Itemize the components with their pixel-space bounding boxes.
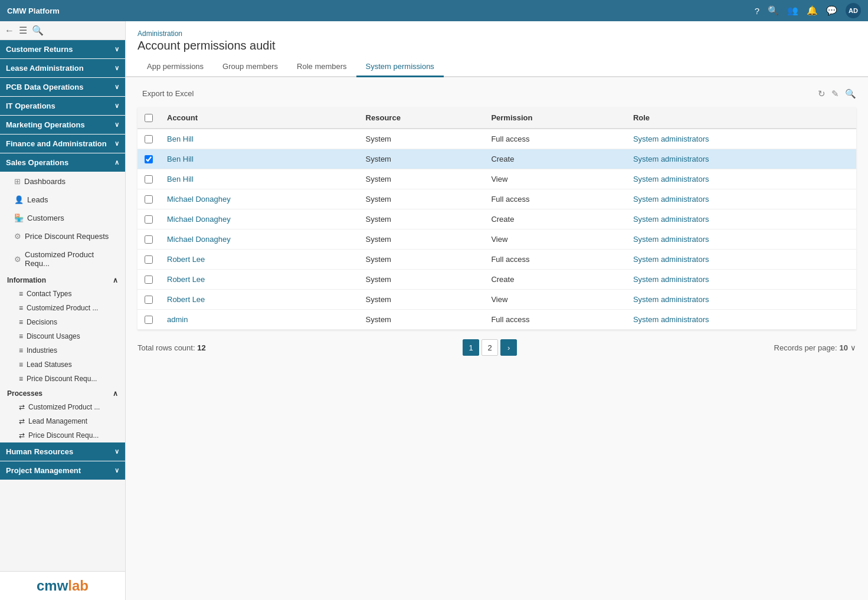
sidebar-item-project-management[interactable]: Project Management ∨ [0,461,125,480]
records-per-page-chevron-icon[interactable]: ∨ [850,343,856,352]
total-rows-label: Total rows count: 12 [137,343,206,352]
table-row[interactable]: Ben Hill System View System administrato… [137,169,856,189]
account-link[interactable]: admin [167,315,188,324]
account-cell: Michael Donaghey [160,209,359,229]
sidebar-item-customers[interactable]: 🏪 Customers [0,209,125,227]
users-icon[interactable]: 👥 [787,5,798,16]
permission-column-header: Permission [484,107,626,129]
sidebar-item-leads[interactable]: 👤 Leads [0,191,125,209]
sidebar-item-it-operations[interactable]: IT Operations ∨ [0,97,125,115]
back-icon[interactable]: ← [5,25,14,36]
help-icon[interactable]: ? [755,6,759,16]
sidebar-sub-lead-statuses[interactable]: ≡ Lead Statuses [0,358,125,372]
row-checkbox[interactable] [145,135,153,143]
row-checkbox[interactable] [145,215,153,224]
refresh-icon[interactable]: ↻ [818,88,826,99]
role-link[interactable]: System administrators [633,155,709,163]
account-link[interactable]: Robert Lee [167,255,205,264]
row-checkbox[interactable] [145,316,153,324]
sidebar-sub-price-discount-requ[interactable]: ≡ Price Discount Requ... [0,372,125,386]
bell-icon[interactable]: 🔔 [807,5,818,16]
role-link[interactable]: System administrators [633,135,709,143]
sidebar-sub-customized-product-proc[interactable]: ⇄ Customized Product ... [0,400,125,414]
role-link[interactable]: System administrators [633,275,709,284]
tab-system-permissions[interactable]: System permissions [356,57,444,77]
sidebar-item-customized-product-requ[interactable]: ⚙ Customized Product Requ... [0,245,125,273]
sidebar-sub-discount-usages[interactable]: ≡ Discount Usages [0,329,125,343]
tab-role-members[interactable]: Role members [287,57,356,77]
sidebar-group-label: Sales Operations [6,158,68,167]
page-header: Administration Account permissions audit [126,21,868,57]
account-link[interactable]: Ben Hill [167,135,194,143]
sidebar-sub-industries[interactable]: ≡ Industries [0,343,125,358]
table-row[interactable]: Michael Donaghey System Full access Syst… [137,189,856,209]
role-link[interactable]: System administrators [633,315,709,324]
sidebar-item-marketing-operations[interactable]: Marketing Operations ∨ [0,116,125,134]
account-link[interactable]: Robert Lee [167,295,205,304]
row-checkbox[interactable] [145,235,153,244]
edit-icon[interactable]: ✎ [831,88,839,99]
row-checkbox[interactable] [145,175,153,183]
role-link[interactable]: System administrators [633,195,709,204]
list-icon[interactable]: ☰ [19,25,27,36]
role-link[interactable]: System administrators [633,255,709,264]
chat-icon[interactable]: 💬 [826,5,837,16]
information-section-header[interactable]: Information ∧ [0,273,125,287]
tab-bar: App permissions Group members Role membe… [126,57,868,77]
sidebar-sub-customized-product[interactable]: ≡ Customized Product ... [0,301,125,315]
sidebar-item-price-discount-requests[interactable]: ⚙ Price Discount Requests [0,227,125,245]
row-checkbox[interactable] [145,255,153,264]
tab-group-members[interactable]: Group members [213,57,287,77]
role-link[interactable]: System administrators [633,175,709,183]
next-page-button[interactable]: › [500,339,517,356]
sidebar-item-label: Customers [27,214,64,222]
account-link[interactable]: Ben Hill [167,175,194,183]
table-search-icon[interactable]: 🔍 [845,88,856,99]
permission-cell: Full access [484,129,626,149]
sidebar-item-sales-operations[interactable]: Sales Operations ∧ [0,153,125,172]
table-row[interactable]: Michael Donaghey System View System admi… [137,229,856,250]
table-row[interactable]: Michael Donaghey System Create System ad… [137,209,856,229]
table-row[interactable]: admin System Full access System administ… [137,310,856,330]
account-link[interactable]: Robert Lee [167,275,205,284]
row-checkbox[interactable] [145,276,153,284]
sidebar-item-dashboards[interactable]: ⊞ Dashboards [0,172,125,191]
table-row[interactable]: Robert Lee System Create System administ… [137,270,856,290]
role-link[interactable]: System administrators [633,235,709,244]
sidebar-item-customer-returns[interactable]: Customer Returns ∨ [0,40,125,58]
tab-app-permissions[interactable]: App permissions [137,57,213,77]
account-link[interactable]: Michael Donaghey [167,195,231,204]
sidebar-search-icon[interactable]: 🔍 [32,25,44,36]
row-checkbox[interactable] [145,155,153,163]
page-1-button[interactable]: 1 [463,339,479,356]
permission-cell: Create [484,270,626,290]
table-row[interactable]: Robert Lee System View System administra… [137,290,856,310]
sidebar-sub-contact-types[interactable]: ≡ Contact Types [0,287,125,301]
search-icon[interactable]: 🔍 [768,5,779,16]
sidebar-item-pcb-data-operations[interactable]: PCB Data Operations ∨ [0,78,125,96]
row-checkbox[interactable] [145,296,153,304]
processes-section-header[interactable]: Processes ∧ [0,386,125,400]
export-to-excel-button[interactable]: Export to Excel [137,87,198,100]
account-link[interactable]: Michael Donaghey [167,235,231,244]
role-link[interactable]: System administrators [633,215,709,224]
account-link[interactable]: Michael Donaghey [167,215,231,224]
sidebar-item-finance-and-administration[interactable]: Finance and Administration ∨ [0,135,125,153]
table-row[interactable]: Ben Hill System Full access System admin… [137,129,856,149]
select-all-checkbox[interactable] [145,114,153,122]
role-link[interactable]: System administrators [633,295,709,304]
row-checkbox[interactable] [145,195,153,204]
sidebar-item-lease-administration[interactable]: Lease Administration ∨ [0,59,125,77]
sidebar-sub-price-discount-requ-proc[interactable]: ⇄ Price Discount Requ... [0,428,125,442]
account-cell: Michael Donaghey [160,189,359,209]
table-row[interactable]: Ben Hill System Create System administra… [137,149,856,169]
breadcrumb[interactable]: Administration [137,29,856,38]
sidebar-item-label: Dashboards [24,177,65,186]
sidebar-sub-lead-management[interactable]: ⇄ Lead Management [0,414,125,428]
sidebar-sub-decisions[interactable]: ≡ Decisions [0,315,125,329]
account-link[interactable]: Ben Hill [167,155,194,163]
table-row[interactable]: Robert Lee System Full access System adm… [137,250,856,270]
avatar[interactable]: AD [846,3,861,18]
sidebar-item-human-resources[interactable]: Human Resources ∨ [0,442,125,461]
page-2-button[interactable]: 2 [482,339,498,356]
